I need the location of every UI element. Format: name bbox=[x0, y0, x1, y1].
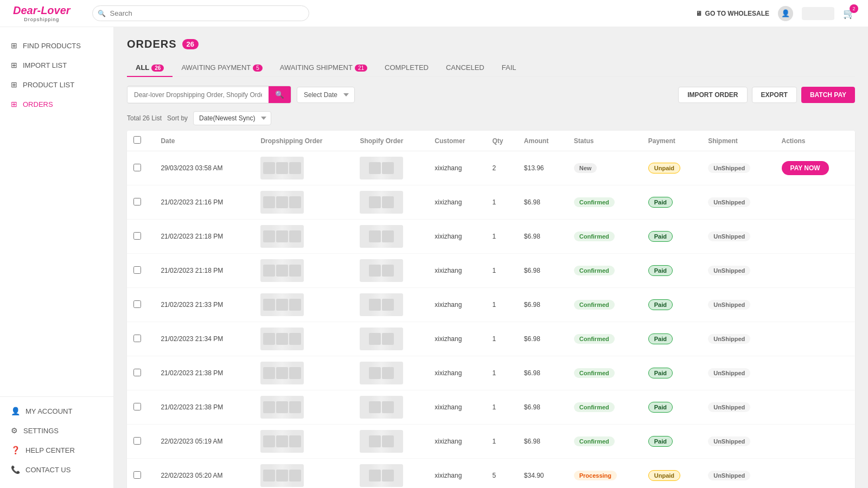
import-order-button[interactable]: IMPORT ORDER bbox=[678, 87, 747, 103]
wholesale-button[interactable]: 🖥 GO TO WHOLESALE bbox=[695, 10, 769, 17]
payment-badge-8: Paid bbox=[648, 436, 673, 447]
shopify-img-4 bbox=[360, 293, 403, 316]
batch-pay-button[interactable]: BATCH PAY bbox=[801, 87, 855, 103]
cell-status-5: Confirmed bbox=[567, 322, 642, 356]
table-body: 29/03/2023 03:58 AMxixizhang2$13.96NewUn… bbox=[127, 151, 855, 489]
cell-dropshipping-order-4 bbox=[254, 288, 353, 322]
sidebar-item-help-center[interactable]: ❓HELP CENTER bbox=[0, 440, 113, 460]
cell-shipment-9: UnShipped bbox=[701, 459, 775, 489]
sidebar-icon-my-account: 👤 bbox=[11, 407, 20, 415]
shipment-badge-2: UnShipped bbox=[708, 232, 750, 241]
sidebar-icon-help-center: ❓ bbox=[11, 446, 20, 454]
user-icon: 👤 bbox=[781, 9, 790, 17]
sidebar-icon-contact-us: 📞 bbox=[11, 465, 20, 474]
cell-dropshipping-order-8 bbox=[254, 425, 353, 459]
table-row: 22/02/2023 05:20 AMxixizhang5$34.90Proce… bbox=[127, 459, 855, 489]
header-search-input[interactable] bbox=[92, 5, 309, 21]
order-search-button[interactable]: 🔍 bbox=[269, 86, 291, 103]
cell-payment-5: Paid bbox=[642, 322, 701, 356]
row-checkbox-7[interactable] bbox=[133, 403, 141, 410]
shipment-badge-9: UnShipped bbox=[708, 471, 750, 480]
cell-status-2: Confirmed bbox=[567, 220, 642, 254]
sidebar-item-contact-us[interactable]: 📞CONTACT US bbox=[0, 460, 113, 479]
user-name-placeholder bbox=[802, 7, 834, 20]
cell-qty-3: 1 bbox=[486, 254, 517, 288]
row-checkbox-9[interactable] bbox=[133, 471, 141, 479]
sort-select[interactable]: Date(Newest Sync)Date(Oldest Sync) bbox=[193, 111, 271, 125]
cell-qty-6: 1 bbox=[486, 356, 517, 390]
tab-awaiting-payment[interactable]: AWAITING PAYMENT5 bbox=[173, 59, 271, 76]
cell-qty-5: 1 bbox=[486, 322, 517, 356]
sidebar-item-product-list[interactable]: ⊞PRODUCT LIST bbox=[0, 75, 113, 94]
cell-dropshipping-order-2 bbox=[254, 220, 353, 254]
row-checkbox-4[interactable] bbox=[133, 300, 141, 308]
tab-canceled[interactable]: CANCELED bbox=[437, 59, 493, 76]
cell-customer-6: xixizhang bbox=[428, 356, 486, 390]
cell-shipment-6: UnShipped bbox=[701, 356, 775, 390]
col-header-9: Shipment bbox=[701, 131, 775, 151]
sidebar-item-find-products[interactable]: ⊞FIND PRODUCTS bbox=[0, 36, 113, 55]
row-checkbox-6[interactable] bbox=[133, 369, 141, 376]
cell-date-4: 21/02/2023 21:33 PM bbox=[154, 288, 254, 322]
pay-now-button-0[interactable]: PAY NOW bbox=[782, 161, 829, 175]
row-checkbox-1[interactable] bbox=[133, 198, 141, 206]
tab-fail[interactable]: FAIL bbox=[493, 59, 525, 76]
main-content: ORDERS 26 ALL26AWAITING PAYMENT5AWAITING… bbox=[114, 27, 868, 488]
cell-dropshipping-order-9 bbox=[254, 459, 353, 489]
tab-badge-awaiting-payment: 5 bbox=[253, 65, 263, 72]
tab-completed[interactable]: COMPLETED bbox=[376, 59, 437, 76]
date-select[interactable]: Select Date bbox=[297, 87, 355, 103]
payment-badge-2: Paid bbox=[648, 231, 673, 242]
cell-amount-1: $6.98 bbox=[518, 185, 567, 220]
tab-all[interactable]: ALL26 bbox=[127, 59, 173, 76]
export-button[interactable]: EXPORT bbox=[752, 87, 797, 103]
cart-button[interactable]: 🛒 2 bbox=[843, 8, 855, 20]
sidebar-item-settings[interactable]: ⚙SETTINGS bbox=[0, 421, 113, 440]
cell-customer-0: xixizhang bbox=[428, 151, 486, 185]
header-search-container: 🔍 bbox=[92, 5, 309, 21]
cell-shopify-order-6 bbox=[353, 356, 428, 390]
sidebar-label-find-products: FIND PRODUCTS bbox=[23, 42, 81, 50]
row-checkbox-5[interactable] bbox=[133, 335, 141, 342]
cell-status-8: Confirmed bbox=[567, 425, 642, 459]
shipment-badge-7: UnShipped bbox=[708, 402, 750, 412]
dropshipping-img-1 bbox=[260, 191, 304, 214]
cell-shopify-order-8 bbox=[353, 425, 428, 459]
sidebar-item-import-list[interactable]: ⊞IMPORT LIST bbox=[0, 55, 113, 75]
select-all-checkbox[interactable] bbox=[133, 136, 141, 144]
cart-badge: 2 bbox=[850, 4, 858, 13]
cell-date-6: 21/02/2023 21:38 PM bbox=[154, 356, 254, 390]
sidebar-label-product-list: PRODUCT LIST bbox=[23, 81, 74, 89]
row-checkbox-8[interactable] bbox=[133, 437, 141, 445]
status-badge-2: Confirmed bbox=[574, 232, 615, 241]
sidebar-label-orders: ORDERS bbox=[23, 100, 53, 108]
cell-date-8: 22/02/2023 05:19 AM bbox=[154, 425, 254, 459]
cell-customer-3: xixizhang bbox=[428, 254, 486, 288]
dropshipping-img-0 bbox=[260, 157, 304, 179]
row-checkbox-2[interactable] bbox=[133, 232, 141, 240]
sidebar-icon-product-list: ⊞ bbox=[11, 80, 17, 89]
dropshipping-img-6 bbox=[260, 362, 304, 384]
table-row: 21/02/2023 21:18 PMxixizhang1$6.98Confir… bbox=[127, 220, 855, 254]
tab-badge-all: 26 bbox=[151, 65, 164, 72]
sidebar-item-orders[interactable]: ⊞ORDERS bbox=[0, 94, 113, 114]
row-checkbox-3[interactable] bbox=[133, 266, 141, 274]
user-avatar[interactable]: 👤 bbox=[778, 6, 793, 21]
sidebar-item-my-account[interactable]: 👤MY ACCOUNT bbox=[0, 401, 113, 421]
tab-awaiting-shipment[interactable]: AWAITING SHIPMENT21 bbox=[271, 59, 376, 76]
status-badge-0: New bbox=[574, 163, 597, 173]
table-header: DateDropshipping OrderShopify OrderCusto… bbox=[127, 131, 855, 151]
status-badge-9: Processing bbox=[574, 471, 617, 480]
header-right: 🖥 GO TO WHOLESALE 👤 🛒 2 bbox=[695, 6, 855, 21]
shipment-badge-1: UnShipped bbox=[708, 197, 750, 207]
order-search-input[interactable] bbox=[127, 87, 269, 102]
cell-customer-4: xixizhang bbox=[428, 288, 486, 322]
cell-date-0: 29/03/2023 03:58 AM bbox=[154, 151, 254, 185]
shipment-badge-0: UnShipped bbox=[708, 163, 750, 173]
cell-date-9: 22/02/2023 05:20 AM bbox=[154, 459, 254, 489]
cell-customer-2: xixizhang bbox=[428, 220, 486, 254]
row-checkbox-0[interactable] bbox=[133, 164, 141, 171]
status-badge-4: Confirmed bbox=[574, 300, 615, 310]
cell-qty-4: 1 bbox=[486, 288, 517, 322]
cell-amount-0: $13.96 bbox=[518, 151, 567, 185]
